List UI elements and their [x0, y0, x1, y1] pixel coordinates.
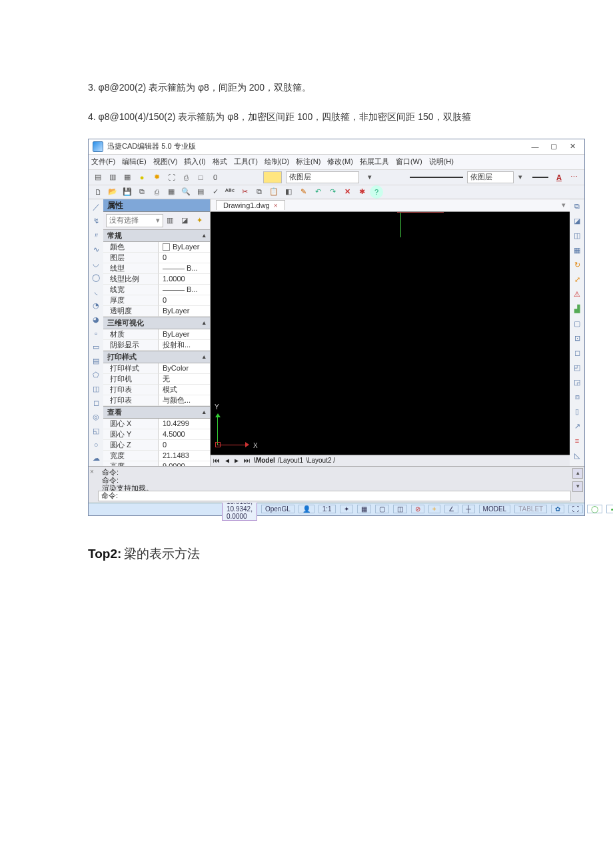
- layers2-icon[interactable]: ▥: [106, 171, 119, 184]
- snap-icon[interactable]: ✦: [340, 505, 353, 513]
- stretch-icon[interactable]: ⚠: [572, 290, 582, 299]
- ellarc-icon[interactable]: ◕: [91, 315, 101, 324]
- close-tab-icon[interactable]: ×: [274, 202, 278, 209]
- selection-dropdown[interactable]: 没有选择▾: [106, 214, 163, 227]
- prop-row[interactable]: 打印表模式: [103, 385, 210, 395]
- polar-icon[interactable]: ◫: [393, 505, 407, 513]
- tablet-toggle[interactable]: TABLET: [514, 505, 547, 513]
- menu-file[interactable]: 文件(F): [91, 157, 115, 167]
- menu-window[interactable]: 窗口(W): [396, 157, 422, 167]
- prop-row[interactable]: 宽度21.1483: [103, 451, 210, 461]
- prop-row[interactable]: 打印样式ByColor: [103, 363, 210, 374]
- copy-icon[interactable]: ⧉: [253, 185, 266, 199]
- open-icon[interactable]: 📂: [106, 185, 119, 199]
- prop-section-header[interactable]: 常规▴: [103, 229, 210, 242]
- green-dot-icon[interactable]: ◯: [587, 505, 602, 513]
- zoom-ratio[interactable]: 1:1: [318, 505, 336, 513]
- brush-icon[interactable]: ✎: [297, 185, 310, 199]
- prop-row[interactable]: 圆心 Z0: [103, 440, 210, 451]
- color-swatch[interactable]: [263, 171, 282, 183]
- close-button[interactable]: ✕: [563, 142, 582, 151]
- prop-value[interactable]: ByLayer: [159, 242, 210, 253]
- grid-icon[interactable]: ▦: [357, 505, 371, 513]
- rotate-icon[interactable]: ↻: [572, 261, 582, 270]
- prop-row[interactable]: 阴影显示投射和...: [103, 340, 210, 351]
- prop-row[interactable]: 高度9.0000: [103, 461, 210, 466]
- circle-icon[interactable]: ◯: [91, 273, 101, 282]
- prop-row[interactable]: 打印机无: [103, 374, 210, 385]
- text-color-icon[interactable]: A: [552, 171, 566, 184]
- dyn-icon[interactable]: ┼: [462, 505, 475, 513]
- prop-row[interactable]: 图层0: [103, 253, 210, 263]
- hatch-icon[interactable]: ▤: [91, 357, 101, 365]
- prop-value[interactable]: ByColor: [159, 363, 210, 374]
- prop-section-header[interactable]: 三维可视化▴: [103, 317, 210, 329]
- otrack-icon[interactable]: +: [428, 505, 440, 513]
- chevron-down-icon[interactable]: ▾: [514, 171, 527, 184]
- chevron-down-icon[interactable]: ▾: [363, 171, 376, 184]
- point-icon[interactable]: ▫: [91, 329, 101, 337]
- ducs-icon[interactable]: ∠: [444, 505, 458, 513]
- match-icon[interactable]: ◧: [282, 185, 295, 199]
- prop-value[interactable]: 0: [159, 253, 210, 263]
- menu-view[interactable]: 视图(V): [153, 157, 178, 167]
- prop-row[interactable]: 线宽——— B...: [103, 285, 210, 295]
- prop-row[interactable]: 厚度0: [103, 295, 210, 306]
- layers-icon[interactable]: ▤: [91, 171, 105, 184]
- minimize-button[interactable]: —: [526, 143, 544, 151]
- drawing-canvas[interactable]: Y X: [211, 212, 570, 455]
- log-close-icon[interactable]: ×: [90, 468, 94, 476]
- prop-value[interactable]: 10.4299: [159, 419, 210, 429]
- prop-value[interactable]: ByLayer: [159, 306, 210, 317]
- cut-icon[interactable]: ✂: [238, 185, 251, 199]
- edit-icon[interactable]: ◺: [572, 451, 582, 461]
- plot-icon[interactable]: ▦: [165, 185, 178, 199]
- lock-ui-icon[interactable]: ⛶: [568, 505, 583, 513]
- osnap-icon[interactable]: ⊘: [411, 505, 424, 513]
- prop-row[interactable]: 线型比例1.0000: [103, 274, 210, 285]
- spline-icon[interactable]: ∿: [91, 245, 101, 254]
- save-icon[interactable]: 💾: [121, 185, 134, 199]
- prop-value[interactable]: 0: [159, 440, 210, 451]
- tab-layout2[interactable]: \Layout2 /: [306, 457, 335, 464]
- polyline-icon[interactable]: ↯: [91, 217, 101, 225]
- prop-value[interactable]: 0: [159, 295, 210, 306]
- prop-row[interactable]: 圆心 Y4.5000: [103, 429, 210, 440]
- menu-modify[interactable]: 修改(M): [327, 157, 353, 167]
- help-icon[interactable]: ?: [370, 185, 383, 199]
- menu-tools[interactable]: 工具(T): [234, 157, 258, 167]
- gear-icon[interactable]: ✿: [551, 505, 564, 513]
- lengthen-icon[interactable]: ≡: [572, 437, 582, 446]
- undo-icon[interactable]: ↶: [311, 185, 324, 199]
- boundary-icon[interactable]: ◻: [91, 399, 101, 407]
- fillet-icon[interactable]: ◲: [572, 378, 582, 387]
- sun-icon[interactable]: ✹: [150, 171, 163, 184]
- prop-row[interactable]: 材质ByLayer: [103, 329, 210, 340]
- menu-extend[interactable]: 拓展工具: [360, 157, 389, 167]
- arc-icon[interactable]: ◡: [91, 259, 101, 268]
- render-engine[interactable]: OpenGL: [261, 505, 295, 513]
- prop-value[interactable]: 与颜色...: [159, 395, 210, 406]
- prop-row[interactable]: 颜色ByLayer: [103, 242, 210, 253]
- mline-icon[interactable]: 〃: [91, 231, 101, 240]
- prop-value[interactable]: ByLayer: [159, 329, 210, 340]
- line-icon[interactable]: ／: [91, 202, 101, 211]
- extend-icon[interactable]: ▢: [572, 319, 582, 329]
- ring-icon[interactable]: ○: [91, 441, 101, 449]
- prop-section-header[interactable]: 打印样式▴: [103, 351, 210, 363]
- polygon-icon[interactable]: ⬠: [91, 371, 101, 379]
- array-icon[interactable]: ▦: [572, 246, 582, 255]
- prop-value[interactable]: 1.0000: [159, 274, 210, 285]
- file-tab-active[interactable]: Drawing1.dwg ×: [216, 200, 285, 210]
- ellipse-icon[interactable]: ◔: [91, 301, 101, 310]
- prop-row[interactable]: 打印表与颜色...: [103, 395, 210, 406]
- menu-dim[interactable]: 标注(N): [296, 157, 320, 167]
- layout-nav[interactable]: ⏮ ◀ ▶ ⏭: [213, 457, 251, 464]
- more-icon[interactable]: ⋯: [567, 171, 580, 184]
- region-icon[interactable]: ◫: [91, 385, 101, 393]
- redo-icon[interactable]: ↷: [326, 185, 339, 199]
- prop-value[interactable]: 无: [159, 374, 210, 385]
- printer-icon[interactable]: ⎙: [179, 171, 193, 184]
- new-icon[interactable]: 🗋: [91, 185, 105, 199]
- saveas-icon[interactable]: ⧉: [135, 185, 149, 199]
